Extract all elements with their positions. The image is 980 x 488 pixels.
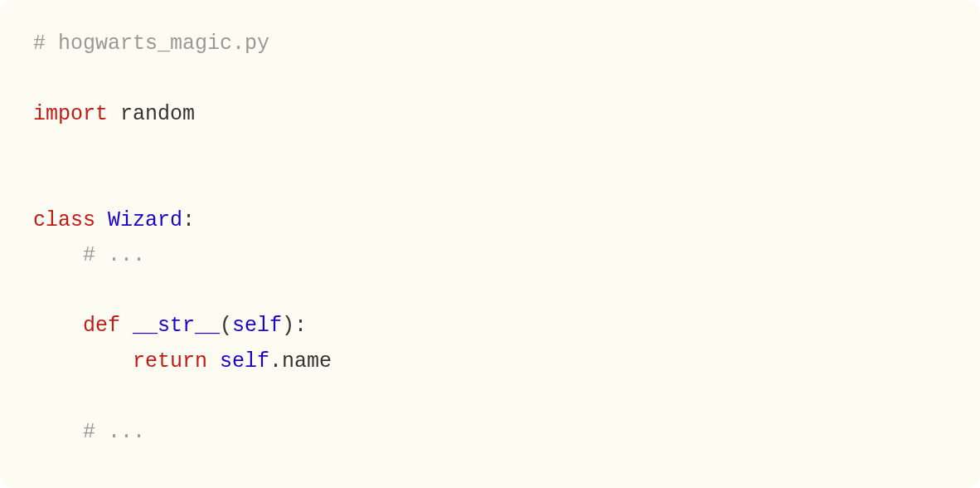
colon: : <box>182 208 195 232</box>
keyword-class: class <box>33 208 95 232</box>
keyword-return: return <box>133 349 207 373</box>
attr-name: .name <box>269 349 332 373</box>
code-line-12: # ... <box>33 415 947 451</box>
code-line-10: return self.name <box>33 344 947 380</box>
self-ref: self <box>220 349 269 373</box>
comment-filename: # hogwarts_magic.py <box>33 32 269 56</box>
code-line-6: class Wizard: <box>33 203 947 239</box>
code-line-4 <box>33 133 947 168</box>
comment-ellipsis-1: # ... <box>83 243 145 267</box>
paren-open: ( <box>220 314 232 338</box>
class-name: Wizard <box>95 208 182 232</box>
code-line-1: # hogwarts_magic.py <box>33 27 947 62</box>
code-line-11 <box>33 379 947 415</box>
comment-ellipsis-2: # ... <box>83 420 145 444</box>
function-name: __str__ <box>120 314 220 338</box>
module-name: random <box>108 102 195 126</box>
paren-close: ): <box>282 314 307 338</box>
code-line-2 <box>33 62 947 98</box>
code-line-3: import random <box>33 97 947 133</box>
code-line-8 <box>33 274 947 310</box>
code-line-5 <box>33 168 947 203</box>
code-block: # hogwarts_magic.py import random class … <box>0 0 980 488</box>
code-line-9: def __str__(self): <box>33 309 947 344</box>
self-param: self <box>232 314 282 338</box>
code-line-7: # ... <box>33 238 947 274</box>
keyword-def: def <box>83 314 120 338</box>
keyword-import: import <box>33 102 108 126</box>
